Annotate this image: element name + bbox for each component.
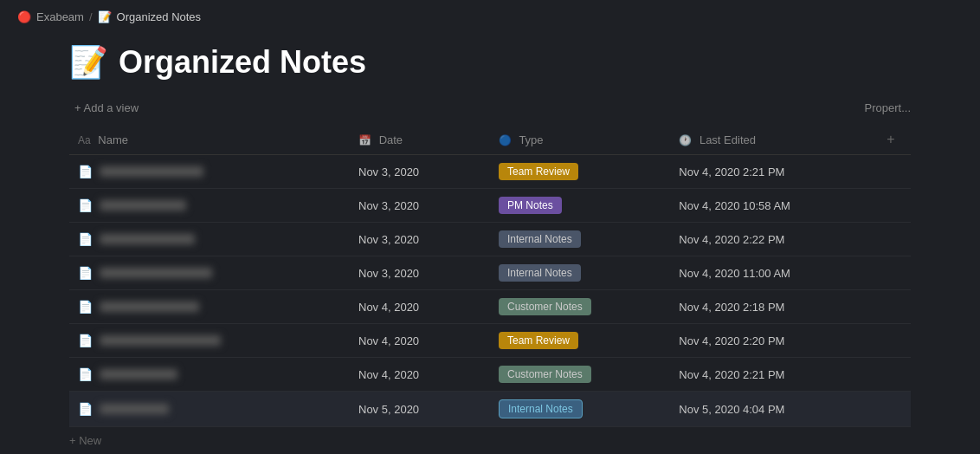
doc-icon: 📄 [78, 367, 93, 381]
doc-icon: 📄 [78, 232, 93, 246]
type-badge: Internal Notes [499, 230, 581, 248]
cell-add [871, 256, 911, 290]
cell-add [871, 290, 911, 324]
cell-type: Team Review [490, 155, 670, 189]
breadcrumb: 🔴 Exabeam / 📝 Organized Notes [0, 0, 980, 34]
name-col-icon: Aa [78, 134, 91, 146]
cell-last-edited: Nov 4, 2020 2:21 PM [670, 155, 870, 189]
col-header-type[interactable]: 🔵 Type [490, 125, 670, 155]
properties-button[interactable]: Propert... [865, 101, 911, 114]
type-badge: PM Notes [499, 197, 562, 214]
type-badge: Internal Notes [499, 399, 583, 418]
cell-date: Nov 5, 2020 [350, 392, 490, 427]
table-row[interactable]: 📄 Nov 5, 2020Internal NotesNov 5, 2020 4… [69, 392, 911, 427]
add-column-button[interactable]: + [887, 132, 894, 147]
doc-icon: 📄 [78, 402, 93, 416]
cell-name: 📄 [69, 223, 350, 256]
type-badge: Team Review [499, 163, 578, 180]
table-row[interactable]: 📄 Nov 4, 2020Customer NotesNov 4, 2020 2… [69, 290, 911, 324]
cell-add [871, 189, 911, 223]
cell-last-edited: Nov 4, 2020 2:21 PM [670, 358, 870, 392]
name-text [100, 234, 195, 244]
col-header-name[interactable]: Aa Name [69, 125, 350, 155]
name-text [100, 302, 199, 312]
table-row[interactable]: 📄 Nov 3, 2020Team ReviewNov 4, 2020 2:21… [69, 155, 911, 189]
cell-name: 📄 [69, 189, 350, 223]
date-col-icon: 📅 [358, 134, 371, 146]
cell-last-edited: Nov 5, 2020 4:04 PM [670, 392, 870, 427]
cell-last-edited: Nov 4, 2020 11:00 AM [670, 256, 870, 290]
page-title: Organized Notes [119, 44, 366, 81]
cell-name: 📄 [69, 324, 350, 358]
col-header-last-edited[interactable]: 🕐 Last Edited [670, 125, 870, 155]
table-container: Aa Name 📅 Date 🔵 Type 🕐 Last Edited + [0, 125, 980, 427]
cell-date: Nov 3, 2020 [350, 256, 490, 290]
page-title-section: 📝 Organized Notes [0, 34, 980, 94]
col-last-edited-label: Last Edited [700, 133, 756, 146]
col-header-add[interactable]: + [871, 125, 911, 155]
name-text [100, 200, 186, 211]
cell-add [871, 223, 911, 256]
doc-icon: 📄 [78, 300, 93, 314]
table-row[interactable]: 📄 Nov 4, 2020Team ReviewNov 4, 2020 2:20… [69, 324, 911, 358]
page-emoji: 📝 [69, 44, 108, 81]
new-row-button[interactable]: + New [0, 427, 980, 454]
cell-last-edited: Nov 4, 2020 2:18 PM [670, 290, 870, 324]
cell-add [871, 155, 911, 189]
cell-type: Internal Notes [490, 223, 670, 256]
cell-add [871, 392, 911, 427]
breadcrumb-separator: / [89, 10, 93, 23]
doc-icon: 📄 [78, 165, 93, 178]
cell-type: Internal Notes [490, 392, 670, 427]
type-badge: Team Review [499, 332, 578, 349]
cell-date: Nov 3, 2020 [350, 155, 490, 189]
toolbar: + Add a view Propert... [0, 94, 980, 125]
cell-name: 📄 [69, 155, 350, 189]
name-text [100, 404, 169, 414]
cell-date: Nov 3, 2020 [350, 223, 490, 256]
cell-date: Nov 4, 2020 [350, 358, 490, 392]
name-text [100, 369, 177, 379]
cell-name: 📄 [69, 256, 350, 290]
table-row[interactable]: 📄 Nov 3, 2020Internal NotesNov 4, 2020 1… [69, 256, 911, 290]
type-badge: Customer Notes [499, 298, 591, 315]
col-name-label: Name [98, 133, 128, 146]
cell-last-edited: Nov 4, 2020 2:22 PM [670, 223, 870, 256]
cell-date: Nov 3, 2020 [350, 189, 490, 223]
cell-type: Team Review [490, 324, 670, 358]
new-label: + New [69, 434, 101, 447]
cell-name: 📄 [69, 392, 350, 427]
cell-type: Customer Notes [490, 358, 670, 392]
name-text [100, 335, 221, 346]
cell-add [871, 358, 911, 392]
doc-icon: 📄 [78, 266, 93, 280]
table-row[interactable]: 📄 Nov 3, 2020PM NotesNov 4, 2020 10:58 A… [69, 189, 911, 223]
cell-date: Nov 4, 2020 [350, 290, 490, 324]
breadcrumb-current: Organized Notes [117, 10, 202, 23]
col-type-label: Type [519, 133, 543, 146]
doc-icon: 📄 [78, 198, 93, 212]
col-header-date[interactable]: 📅 Date [350, 125, 490, 155]
cell-type: Internal Notes [490, 256, 670, 290]
cell-last-edited: Nov 4, 2020 10:58 AM [670, 189, 870, 223]
table-row[interactable]: 📄 Nov 4, 2020Customer NotesNov 4, 2020 2… [69, 358, 911, 392]
cell-name: 📄 [69, 290, 350, 324]
cell-date: Nov 4, 2020 [350, 324, 490, 358]
add-view-button[interactable]: + Add a view [69, 98, 144, 118]
app-icon: 🔴 [17, 10, 31, 23]
type-col-icon: 🔵 [499, 134, 512, 146]
notes-table: Aa Name 📅 Date 🔵 Type 🕐 Last Edited + [69, 125, 911, 427]
cell-name: 📄 [69, 358, 350, 392]
col-date-label: Date [379, 133, 403, 146]
name-text [100, 166, 203, 177]
last-edited-col-icon: 🕐 [679, 134, 692, 146]
table-row[interactable]: 📄 Nov 3, 2020Internal NotesNov 4, 2020 2… [69, 223, 911, 256]
type-badge: Internal Notes [499, 264, 581, 282]
table-body: 📄 Nov 3, 2020Team ReviewNov 4, 2020 2:21… [69, 155, 911, 427]
doc-icon: 📄 [78, 334, 93, 347]
breadcrumb-parent[interactable]: Exabeam [36, 10, 84, 23]
cell-type: Customer Notes [490, 290, 670, 324]
type-badge: Customer Notes [499, 366, 591, 383]
name-text [100, 268, 212, 278]
cell-type: PM Notes [490, 189, 670, 223]
